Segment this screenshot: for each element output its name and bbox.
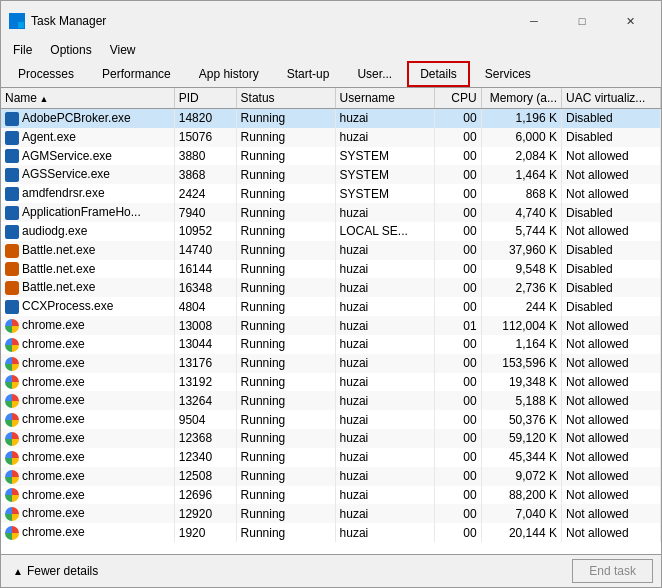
- cell-pid: 12340: [174, 448, 236, 467]
- cell-memory: 9,548 K: [481, 260, 561, 279]
- cell-pid: 1920: [174, 523, 236, 542]
- cell-username: huzai: [335, 429, 434, 448]
- cell-name: Battle.net.exe: [1, 260, 174, 279]
- tab-processes[interactable]: Processes: [5, 61, 87, 87]
- table-row[interactable]: Battle.net.exe16348Runninghuzai002,736 K…: [1, 278, 661, 297]
- menu-view[interactable]: View: [102, 41, 144, 59]
- table-row[interactable]: Battle.net.exe14740Runninghuzai0037,960 …: [1, 241, 661, 260]
- table-row[interactable]: amdfendrsr.exe2424RunningSYSTEM00868 KNo…: [1, 184, 661, 203]
- cell-status: Running: [236, 184, 335, 203]
- tab-performance[interactable]: Performance: [89, 61, 184, 87]
- table-row[interactable]: AGMService.exe3880RunningSYSTEM002,084 K…: [1, 147, 661, 166]
- table-row[interactable]: chrome.exe1920Runninghuzai0020,144 KNot …: [1, 523, 661, 542]
- process-icon: [5, 357, 19, 371]
- table-row[interactable]: AdobePCBroker.exe14820Runninghuzai001,19…: [1, 109, 661, 128]
- table-row[interactable]: chrome.exe13044Runninghuzai001,164 KNot …: [1, 335, 661, 354]
- tab-services[interactable]: Services: [472, 61, 544, 87]
- cell-uac: Disabled: [561, 109, 660, 128]
- cell-cpu: 00: [434, 109, 481, 128]
- cell-status: Running: [236, 241, 335, 260]
- cell-cpu: 00: [434, 184, 481, 203]
- cell-pid: 14740: [174, 241, 236, 260]
- cell-uac: Disabled: [561, 128, 660, 147]
- col-header-uac[interactable]: UAC virtualiz...: [561, 88, 660, 109]
- cell-name: AGMService.exe: [1, 147, 174, 166]
- col-header-memory[interactable]: Memory (a...: [481, 88, 561, 109]
- tab-startup[interactable]: Start-up: [274, 61, 343, 87]
- table-row[interactable]: Agent.exe15076Runninghuzai006,000 KDisab…: [1, 128, 661, 147]
- table-row[interactable]: chrome.exe12696Runninghuzai0088,200 KNot…: [1, 486, 661, 505]
- process-icon: [5, 206, 19, 220]
- process-icon: [5, 413, 19, 427]
- cell-pid: 13192: [174, 373, 236, 392]
- cell-status: Running: [236, 109, 335, 128]
- tab-users[interactable]: User...: [344, 61, 405, 87]
- table-row[interactable]: ApplicationFrameHo...7940Runninghuzai004…: [1, 203, 661, 222]
- process-table-container[interactable]: Name PID Status Username CPU Memory (a..…: [1, 88, 661, 554]
- minimize-button[interactable]: ─: [511, 7, 557, 35]
- table-row[interactable]: chrome.exe13176Runninghuzai00153,596 KNo…: [1, 354, 661, 373]
- end-task-button[interactable]: End task: [572, 559, 653, 583]
- cell-cpu: 00: [434, 523, 481, 542]
- table-row[interactable]: chrome.exe12340Runninghuzai0045,344 KNot…: [1, 448, 661, 467]
- cell-status: Running: [236, 278, 335, 297]
- col-header-status[interactable]: Status: [236, 88, 335, 109]
- col-header-cpu[interactable]: CPU: [434, 88, 481, 109]
- cell-uac: Not allowed: [561, 448, 660, 467]
- menu-options[interactable]: Options: [42, 41, 99, 59]
- cell-name: AdobePCBroker.exe: [1, 109, 174, 128]
- cell-username: huzai: [335, 391, 434, 410]
- cell-uac: Not allowed: [561, 335, 660, 354]
- title-bar-left: Task Manager: [9, 13, 106, 29]
- tab-app-history[interactable]: App history: [186, 61, 272, 87]
- table-row[interactable]: chrome.exe12920Runninghuzai007,040 KNot …: [1, 504, 661, 523]
- process-icon: [5, 319, 19, 333]
- table-row[interactable]: AGSService.exe3868RunningSYSTEM001,464 K…: [1, 165, 661, 184]
- table-row[interactable]: chrome.exe13008Runninghuzai01112,004 KNo…: [1, 316, 661, 335]
- col-header-username[interactable]: Username: [335, 88, 434, 109]
- table-row[interactable]: Battle.net.exe16144Runninghuzai009,548 K…: [1, 260, 661, 279]
- cell-cpu: 00: [434, 354, 481, 373]
- cell-pid: 16348: [174, 278, 236, 297]
- cell-pid: 12696: [174, 486, 236, 505]
- cell-pid: 13008: [174, 316, 236, 335]
- col-header-pid[interactable]: PID: [174, 88, 236, 109]
- col-header-name[interactable]: Name: [1, 88, 174, 109]
- fewer-details-button[interactable]: ▲ Fewer details: [9, 562, 102, 580]
- table-row[interactable]: audiodg.exe10952RunningLOCAL SE...005,74…: [1, 222, 661, 241]
- close-button[interactable]: ✕: [607, 7, 653, 35]
- tab-details[interactable]: Details: [407, 61, 470, 87]
- table-row[interactable]: CCXProcess.exe4804Runninghuzai00244 KDis…: [1, 297, 661, 316]
- process-icon: [5, 149, 19, 163]
- table-row[interactable]: chrome.exe12368Runninghuzai0059,120 KNot…: [1, 429, 661, 448]
- process-icon: [5, 281, 19, 295]
- cell-name: AGSService.exe: [1, 165, 174, 184]
- cell-memory: 6,000 K: [481, 128, 561, 147]
- table-body: AdobePCBroker.exe14820Runninghuzai001,19…: [1, 109, 661, 543]
- cell-pid: 2424: [174, 184, 236, 203]
- cell-memory: 2,736 K: [481, 278, 561, 297]
- table-row[interactable]: chrome.exe12508Runninghuzai009,072 KNot …: [1, 467, 661, 486]
- cell-cpu: 00: [434, 504, 481, 523]
- cell-status: Running: [236, 335, 335, 354]
- window-title: Task Manager: [31, 14, 106, 28]
- process-icon: [5, 470, 19, 484]
- svg-rect-0: [10, 14, 16, 20]
- cell-cpu: 00: [434, 448, 481, 467]
- table-row[interactable]: chrome.exe13192Runninghuzai0019,348 KNot…: [1, 373, 661, 392]
- svg-rect-1: [18, 14, 24, 20]
- cell-memory: 7,040 K: [481, 504, 561, 523]
- cell-username: huzai: [335, 260, 434, 279]
- cell-username: SYSTEM: [335, 147, 434, 166]
- cell-name: chrome.exe: [1, 429, 174, 448]
- cell-username: huzai: [335, 504, 434, 523]
- table-row[interactable]: chrome.exe9504Runninghuzai0050,376 KNot …: [1, 410, 661, 429]
- cell-uac: Not allowed: [561, 316, 660, 335]
- maximize-button[interactable]: □: [559, 7, 605, 35]
- cell-cpu: 00: [434, 260, 481, 279]
- cell-username: huzai: [335, 467, 434, 486]
- table-row[interactable]: chrome.exe13264Runninghuzai005,188 KNot …: [1, 391, 661, 410]
- cell-memory: 59,120 K: [481, 429, 561, 448]
- process-icon: [5, 451, 19, 465]
- menu-file[interactable]: File: [5, 41, 40, 59]
